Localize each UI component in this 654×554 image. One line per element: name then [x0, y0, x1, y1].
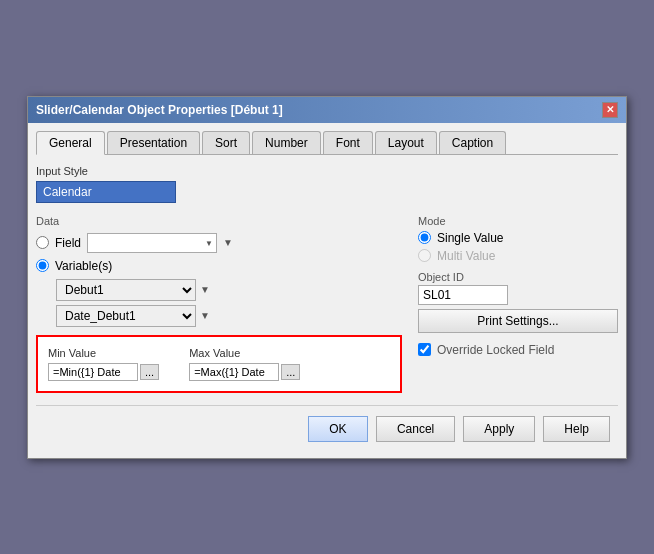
var1-arrow-icon: ▼ — [200, 284, 210, 295]
override-checkbox[interactable] — [418, 343, 431, 356]
apply-button[interactable]: Apply — [463, 416, 535, 442]
min-expr-input[interactable] — [48, 363, 138, 381]
single-value-radio[interactable] — [418, 231, 431, 244]
cancel-button[interactable]: Cancel — [376, 416, 455, 442]
main-content: Data Field ▼ Variable(s) — [36, 215, 618, 393]
min-label: Min Value — [48, 347, 159, 359]
variable-select-1[interactable]: Debut1 — [56, 279, 196, 301]
field-label: Field — [55, 236, 81, 250]
help-button[interactable]: Help — [543, 416, 610, 442]
multi-value-label: Multi Value — [437, 249, 495, 263]
bottom-bar: OK Cancel Apply Help — [36, 405, 618, 450]
max-group: Max Value ... — [189, 347, 300, 381]
tab-general[interactable]: General — [36, 131, 105, 155]
tab-presentation[interactable]: Presentation — [107, 131, 200, 154]
variable-select-2[interactable]: Date_Debut1 — [56, 305, 196, 327]
variable-label: Variable(s) — [55, 259, 112, 273]
min-row: ... — [48, 363, 159, 381]
single-value-option: Single Value — [418, 231, 618, 245]
window-body: General Presentation Sort Number Font La… — [28, 123, 626, 458]
minmax-box: Min Value ... Max Value ... — [36, 335, 402, 393]
print-settings-button[interactable]: Print Settings... — [418, 309, 618, 333]
input-style-row: Calendar — [36, 181, 618, 203]
input-style-label: Input Style — [36, 165, 618, 177]
field-input[interactable] — [87, 233, 217, 253]
title-bar: Slider/Calendar Object Properties [Début… — [28, 97, 626, 123]
var2-arrow-icon: ▼ — [200, 310, 210, 321]
tabs-container: General Presentation Sort Number Font La… — [36, 131, 618, 155]
multi-value-option: Multi Value — [418, 249, 618, 263]
tab-font[interactable]: Font — [323, 131, 373, 154]
variable-radio-row: Variable(s) — [36, 259, 402, 273]
variable-selects: Debut1 ▼ Date_Debut1 ▼ — [56, 279, 402, 327]
objectid-input[interactable] — [418, 285, 508, 305]
tab-number[interactable]: Number — [252, 131, 321, 154]
field-dropdown-arrow[interactable]: ▼ — [223, 237, 233, 248]
tab-sort[interactable]: Sort — [202, 131, 250, 154]
data-label: Data — [36, 215, 402, 227]
min-group: Min Value ... — [48, 347, 159, 381]
title-bar-buttons: ✕ — [602, 102, 618, 118]
ok-button[interactable]: OK — [308, 416, 368, 442]
mode-label: Mode — [418, 215, 618, 227]
single-value-label: Single Value — [437, 231, 504, 245]
close-button[interactable]: ✕ — [602, 102, 618, 118]
right-panel: Mode Single Value Multi Value Object ID — [418, 215, 618, 393]
variable-radio[interactable] — [36, 259, 49, 272]
max-label: Max Value — [189, 347, 300, 359]
main-window: Slider/Calendar Object Properties [Début… — [27, 96, 627, 459]
window-title: Slider/Calendar Object Properties [Début… — [36, 103, 283, 117]
override-row: Override Locked Field — [418, 343, 618, 357]
max-row: ... — [189, 363, 300, 381]
max-browse-button[interactable]: ... — [281, 364, 300, 380]
min-browse-button[interactable]: ... — [140, 364, 159, 380]
field-radio[interactable] — [36, 236, 49, 249]
field-radio-row: Field ▼ — [36, 233, 402, 253]
objectid-box: Object ID Print Settings... — [418, 271, 618, 333]
max-expr-input[interactable] — [189, 363, 279, 381]
mode-box: Mode Single Value Multi Value — [418, 215, 618, 263]
input-style-select[interactable]: Calendar — [36, 181, 176, 203]
tab-caption[interactable]: Caption — [439, 131, 506, 154]
left-panel: Data Field ▼ Variable(s) — [36, 215, 402, 393]
objectid-label: Object ID — [418, 271, 618, 283]
tab-layout[interactable]: Layout — [375, 131, 437, 154]
multi-value-radio[interactable] — [418, 249, 431, 262]
override-label: Override Locked Field — [437, 343, 554, 357]
